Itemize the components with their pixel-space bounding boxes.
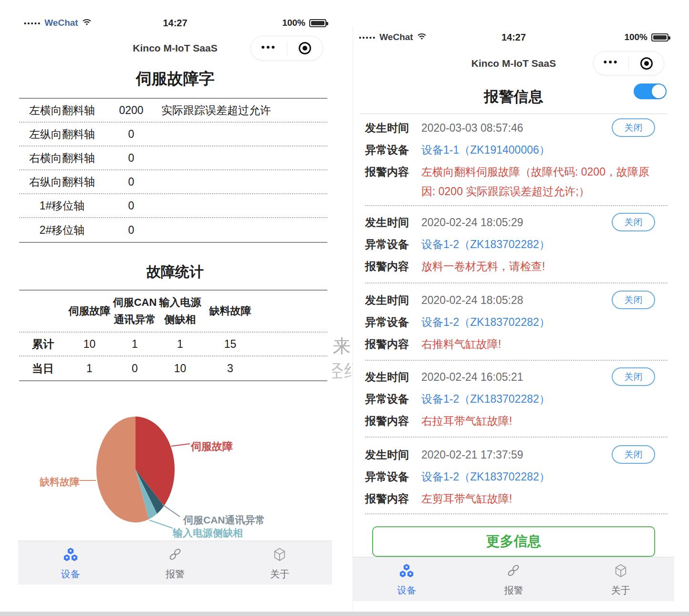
table-row: 右纵向翻料轴 0	[19, 170, 327, 194]
device-label: 异常设备	[365, 311, 414, 333]
menu-dots-button[interactable]: •••	[594, 59, 628, 67]
servo-fault-table: 左横向翻料轴 0200 实际跟踪误差超过允许 左纵向翻料轴 0 右横向翻料轴 0…	[19, 98, 327, 243]
stats-row-total: 累计 10 1 1 15	[19, 333, 327, 356]
alarm-content: 右拉耳带气缸故障!	[421, 410, 517, 431]
menu-dots-button[interactable]: •••	[251, 44, 287, 52]
fault-code: 0200	[105, 104, 157, 117]
column-header: 缺料故障	[203, 291, 258, 332]
table-row: 右横向翻料轴 0	[19, 146, 327, 170]
stat-value: 1	[157, 333, 203, 355]
time-label: 发生时间	[365, 211, 414, 233]
table-row: 1#移位轴 0	[19, 194, 327, 218]
device-label: 异常设备	[365, 139, 414, 161]
stat-value: 10	[157, 356, 203, 380]
tab-alarm[interactable]: 报警	[460, 557, 567, 601]
close-alarm-button[interactable]: 关闭	[612, 445, 655, 464]
alarm-entry: 发生时间 2020-02-24 18:05:29 异常设备 设备1-2（ZK18…	[365, 211, 668, 283]
tab-alarm[interactable]: 报警	[123, 541, 227, 585]
row-label: 当日	[19, 356, 67, 380]
table-row: 左纵向翻料轴 0	[19, 123, 327, 146]
tab-about[interactable]: 关于	[567, 557, 674, 601]
page-title: 伺服故障字	[18, 68, 332, 90]
alarm-time: 2020-02-21 17:37:59	[421, 444, 523, 466]
alarm-device-link[interactable]: 设备1-2（ZK183702282）	[421, 466, 550, 488]
column-header: 伺服CAN通讯异常	[112, 291, 157, 332]
tab-label: 关于	[270, 568, 289, 581]
stat-value: 1	[112, 333, 157, 355]
alarm-content: 左剪耳带气缸故障!	[421, 488, 517, 509]
more-info-button[interactable]: 更多信息	[372, 526, 655, 557]
table-row: 2#移位轴 0	[19, 218, 327, 242]
battery-icon	[309, 19, 326, 27]
content-label: 报警内容	[365, 333, 414, 355]
tab-label: 设备	[61, 568, 80, 581]
stat-value: 15	[203, 333, 258, 355]
stat-value: 10	[67, 333, 112, 355]
close-alarm-button[interactable]: 关闭	[612, 213, 655, 231]
alarm-entry: 发生时间 2020-02-24 16:05:21 异常设备 设备1-2（ZK18…	[365, 366, 668, 438]
about-cube-icon	[614, 564, 628, 580]
fault-stats-table: 伺服故障 伺服CAN通讯异常 输入电源侧缺相 缺料故障 累计 10 1 1 15	[19, 290, 327, 381]
pie-label-material-shortage: 缺料故障	[40, 475, 80, 489]
about-cube-icon	[272, 547, 287, 564]
pie-leader-line	[162, 504, 180, 517]
alarm-device-link[interactable]: 设备1-2（ZK183702282）	[421, 233, 550, 255]
alarm-links-icon	[168, 547, 182, 564]
content-label: 报警内容	[365, 410, 414, 432]
column-header: 伺服故障	[67, 291, 112, 332]
alarm-time: 2020-02-24 16:05:21	[421, 366, 523, 388]
tab-label: 报警	[166, 568, 185, 581]
axis-name: 左横向翻料轴	[19, 103, 105, 118]
fault-code: 0	[105, 224, 157, 237]
minimize-button[interactable]	[629, 57, 664, 70]
alarm-entry: 发生时间 2020-03-03 08:57:46 异常设备 设备1-1（ZK19…	[365, 117, 668, 206]
wechat-capsule: •••	[251, 36, 323, 61]
status-bar: ••••• WeChat 14:27 100%	[353, 30, 674, 44]
alarm-content: 左横向翻料伺服故障（故障代码: 0200，故障原因: 0200 实际跟踪误差超过…	[421, 161, 668, 201]
axis-name: 右纵向翻料轴	[19, 175, 105, 189]
column-header: 输入电源侧缺相	[157, 291, 203, 332]
time-label: 发生时间	[365, 444, 414, 466]
wechat-capsule: •••	[593, 51, 664, 75]
tab-devices[interactable]: 设备	[353, 557, 460, 601]
content-label: 报警内容	[365, 488, 414, 510]
axis-name: 右横向翻料轴	[19, 151, 105, 166]
alarm-toggle-switch[interactable]	[634, 84, 667, 99]
axis-name: 2#移位轴	[19, 223, 105, 238]
axis-name: 左纵向翻料轴	[19, 127, 105, 142]
page-bottom-strip	[0, 612, 689, 616]
fault-code: 0	[105, 128, 157, 141]
alarm-content: 右推料气缸故障!	[421, 333, 506, 354]
battery-icon	[651, 33, 668, 42]
tab-bar: 设备 报警 关于	[18, 541, 332, 585]
tab-label: 设备	[397, 584, 416, 597]
alarm-device-link[interactable]: 设备1-1（ZK191400006）	[421, 139, 550, 161]
fault-desc: 实际跟踪误差超过允许	[157, 103, 327, 118]
status-bar: ••••• WeChat 14:27 100%	[18, 16, 332, 30]
alarm-entry: 发生时间 2020-02-21 17:37:59 异常设备 设备1-2（ZK18…	[365, 444, 668, 514]
device-label: 异常设备	[365, 466, 414, 488]
close-alarm-button[interactable]: 关闭	[612, 291, 655, 309]
time-label: 发生时间	[365, 117, 414, 139]
close-alarm-button[interactable]: 关闭	[612, 118, 655, 137]
fault-code: 0	[105, 176, 157, 188]
alarm-device-link[interactable]: 设备1-2（ZK183702282）	[421, 388, 550, 410]
time-label: 发生时间	[365, 366, 414, 388]
content-label: 报警内容	[365, 255, 414, 277]
alarm-content: 放料一卷材无料，请检查!	[421, 255, 550, 276]
divider	[360, 114, 668, 114]
minimize-button[interactable]	[287, 42, 323, 54]
pie-label-servo-fault: 伺服故障	[191, 439, 233, 454]
battery-percent: 100%	[282, 18, 305, 28]
pie-leader-line	[149, 520, 173, 528]
pie-leader-line	[171, 444, 190, 446]
alarm-time: 2020-03-03 08:57:46	[421, 117, 523, 139]
close-alarm-button[interactable]: 关闭	[612, 367, 655, 386]
stat-value: 1	[67, 356, 112, 380]
alarm-device-link[interactable]: 设备1-2（ZK183702282）	[421, 311, 550, 333]
stat-value: 0	[112, 356, 157, 380]
screen-servo-fault: ••••• WeChat 14:27 100% Kinco M-IoT SaaS…	[18, 12, 332, 612]
tab-devices[interactable]: 设备	[18, 541, 123, 585]
tab-about[interactable]: 关于	[228, 541, 332, 585]
table-row: 左横向翻料轴 0200 实际跟踪误差超过允许	[19, 99, 327, 123]
